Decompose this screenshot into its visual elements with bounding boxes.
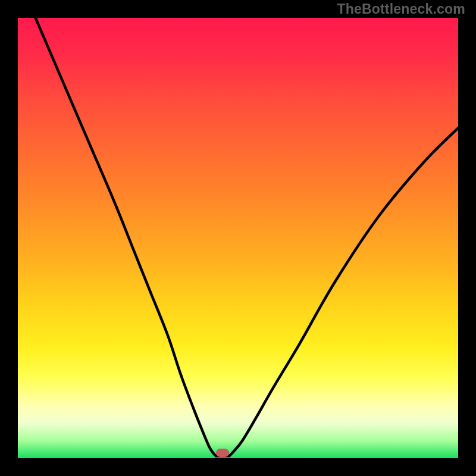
curve-svg xyxy=(18,18,458,458)
plot-area xyxy=(18,18,458,458)
chart-frame: TheBottleneck.com xyxy=(0,0,476,476)
watermark-text: TheBottleneck.com xyxy=(337,1,465,17)
curve-right xyxy=(229,128,458,456)
minimum-marker xyxy=(216,449,229,457)
curve-left xyxy=(36,18,216,456)
